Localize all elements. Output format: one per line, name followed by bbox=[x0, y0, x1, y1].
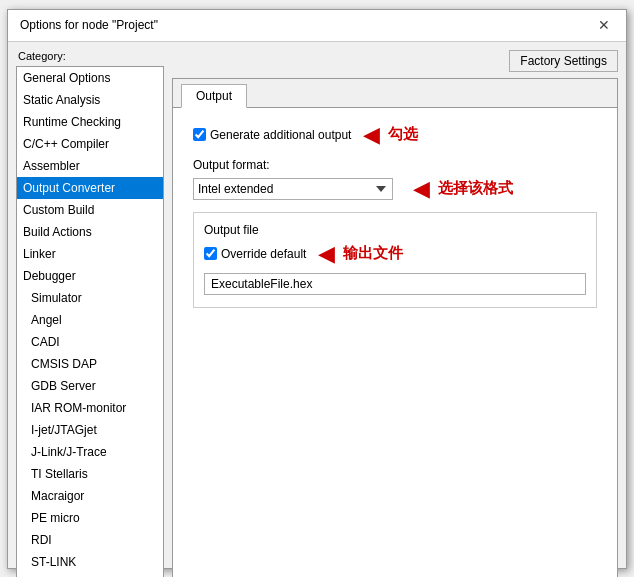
sidebar: Category: General OptionsStatic Analysis… bbox=[16, 50, 164, 578]
sidebar-item-cmsis-dap[interactable]: CMSIS DAP bbox=[17, 353, 163, 375]
sidebar-item-build-actions[interactable]: Build Actions bbox=[17, 221, 163, 243]
main-panel: Factory Settings Output Generate additio… bbox=[172, 50, 618, 578]
title-bar: Options for node "Project" ✕ bbox=[8, 10, 626, 42]
override-checkbox-label: Override default bbox=[221, 247, 306, 261]
sidebar-item-linker[interactable]: Linker bbox=[17, 243, 163, 265]
sidebar-item-pe-micro[interactable]: PE micro bbox=[17, 507, 163, 529]
override-checkbox-row: Override default bbox=[204, 247, 306, 261]
sidebar-item-c-cpp-compiler[interactable]: C/C++ Compiler bbox=[17, 133, 163, 155]
sidebar-item-custom-build[interactable]: Custom Build bbox=[17, 199, 163, 221]
sidebar-item-st-link[interactable]: ST-LINK bbox=[17, 551, 163, 573]
annotation1-arrow: ◀ bbox=[363, 124, 380, 146]
sidebar-item-ti-stellaris[interactable]: TI Stellaris bbox=[17, 463, 163, 485]
annotation2-text: 选择该格式 bbox=[438, 179, 513, 198]
sidebar-item-iar-rom-monitor[interactable]: IAR ROM-monitor bbox=[17, 397, 163, 419]
annotation1-text: 勾选 bbox=[388, 125, 418, 144]
output-file-box: Output file Override default ◀ 输出文件 bbox=[193, 212, 597, 308]
annotation3-group: ◀ 输出文件 bbox=[318, 243, 403, 265]
generate-checkbox[interactable] bbox=[193, 128, 206, 141]
sidebar-list: General OptionsStatic AnalysisRuntime Ch… bbox=[16, 66, 164, 578]
dialog-body: Category: General OptionsStatic Analysis… bbox=[8, 42, 626, 578]
annotation3-text: 输出文件 bbox=[343, 244, 403, 263]
format-dropdown[interactable]: Intel extended Motorola Raw binary Intel… bbox=[193, 178, 393, 200]
annotation2-group: ◀ 选择该格式 bbox=[413, 178, 513, 200]
format-section: Output format: Intel extended Motorola R… bbox=[193, 158, 597, 200]
category-label: Category: bbox=[16, 50, 164, 62]
sidebar-item-debugger[interactable]: Debugger bbox=[17, 265, 163, 287]
content-area: Output Generate additional output ◀ 勾选 bbox=[172, 78, 618, 578]
sidebar-item-rdi[interactable]: RDI bbox=[17, 529, 163, 551]
tab-content: Generate additional output ◀ 勾选 Output f… bbox=[173, 108, 617, 324]
sidebar-item-jlink-jtrace[interactable]: J-Link/J-Trace bbox=[17, 441, 163, 463]
factory-settings-button[interactable]: Factory Settings bbox=[509, 50, 618, 72]
output-file-title: Output file bbox=[204, 223, 586, 237]
annotation1-group: ◀ 勾选 bbox=[363, 124, 418, 146]
sidebar-item-static-analysis[interactable]: Static Analysis bbox=[17, 89, 163, 111]
output-file-section: Output file Override default ◀ 输出文件 bbox=[193, 212, 597, 308]
sidebar-item-third-party-driver[interactable]: Third-Party Driver bbox=[17, 573, 163, 578]
override-row: Override default ◀ 输出文件 bbox=[204, 243, 586, 265]
format-label: Output format: bbox=[193, 158, 597, 172]
close-button[interactable]: ✕ bbox=[594, 15, 614, 35]
generate-checkbox-row: Generate additional output bbox=[193, 128, 351, 142]
sidebar-item-gdb-server[interactable]: GDB Server bbox=[17, 375, 163, 397]
sidebar-item-runtime-checking[interactable]: Runtime Checking bbox=[17, 111, 163, 133]
file-input[interactable] bbox=[204, 273, 586, 295]
sidebar-item-simulator[interactable]: Simulator bbox=[17, 287, 163, 309]
annotation3-arrow: ◀ bbox=[318, 243, 335, 265]
sidebar-item-output-converter[interactable]: Output Converter bbox=[17, 177, 163, 199]
dialog-title: Options for node "Project" bbox=[20, 18, 158, 32]
sidebar-item-i-jet-jtagjet[interactable]: I-jet/JTAGjet bbox=[17, 419, 163, 441]
sidebar-item-assembler[interactable]: Assembler bbox=[17, 155, 163, 177]
sidebar-item-macraigor[interactable]: Macraigor bbox=[17, 485, 163, 507]
sidebar-item-cadi[interactable]: CADI bbox=[17, 331, 163, 353]
generate-checkbox-label: Generate additional output bbox=[210, 128, 351, 142]
tab-bar: Output bbox=[173, 79, 617, 108]
format-row: Intel extended Motorola Raw binary Intel… bbox=[193, 178, 597, 200]
override-checkbox[interactable] bbox=[204, 247, 217, 260]
generate-row: Generate additional output ◀ 勾选 bbox=[193, 124, 597, 146]
sidebar-item-general-options[interactable]: General Options bbox=[17, 67, 163, 89]
sidebar-item-angel[interactable]: Angel bbox=[17, 309, 163, 331]
dialog: Options for node "Project" ✕ Category: G… bbox=[7, 9, 627, 569]
factory-settings-row: Factory Settings bbox=[172, 50, 618, 72]
annotation2-arrow: ◀ bbox=[413, 178, 430, 200]
tab-output[interactable]: Output bbox=[181, 84, 247, 108]
